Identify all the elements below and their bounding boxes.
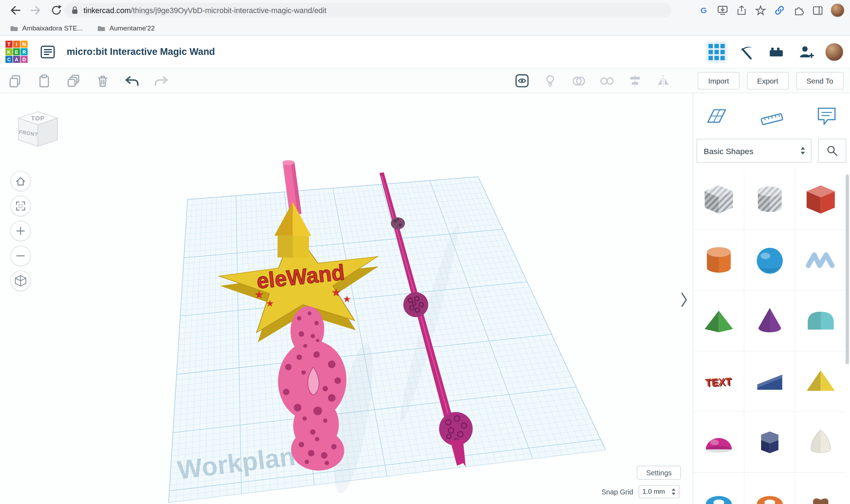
shape-half-sphere[interactable] xyxy=(693,412,744,472)
shape-sphere[interactable] xyxy=(744,230,795,290)
profile-avatar[interactable] xyxy=(825,43,844,61)
snap-grid-value: 1.0 mm xyxy=(642,488,665,495)
paste-icon[interactable] xyxy=(36,73,52,89)
box-icon xyxy=(803,182,838,217)
pickaxe-icon[interactable] xyxy=(736,41,757,63)
shape-pyramid[interactable] xyxy=(795,351,846,412)
design-menu-icon[interactable] xyxy=(40,44,56,60)
fit-view-button[interactable] xyxy=(10,196,31,216)
browser-profile-avatar[interactable] xyxy=(831,3,845,17)
shape-search-button[interactable] xyxy=(818,139,846,163)
redo-icon[interactable] xyxy=(153,73,169,89)
zoom-in-button[interactable] xyxy=(10,221,31,241)
logo-tile: K xyxy=(5,48,12,55)
shape-tube[interactable] xyxy=(744,473,795,504)
logo-tile: I xyxy=(13,41,20,48)
shape-torus[interactable] xyxy=(693,473,744,504)
share-icon[interactable] xyxy=(736,4,748,16)
home-view-button[interactable] xyxy=(10,171,31,191)
cone-icon xyxy=(752,303,787,338)
design-title[interactable]: micro:bit Interactive Magic Wand xyxy=(67,46,215,57)
notes-tool-icon[interactable] xyxy=(814,104,839,129)
export-button[interactable]: Export xyxy=(747,72,789,90)
import-button[interactable]: Import xyxy=(698,72,740,90)
stepper-icon xyxy=(671,488,676,495)
cylinder-icon xyxy=(701,243,736,277)
3d-scene[interactable]: Workplane eleWand xyxy=(0,93,693,504)
perspective-button[interactable] xyxy=(10,271,31,291)
panel-scrollbar[interactable] xyxy=(846,175,849,364)
shape-text[interactable]: TEXTTEXT xyxy=(693,351,744,412)
logo-tile: D xyxy=(21,56,28,63)
shape-round-roof[interactable] xyxy=(795,290,846,351)
shape-paraboloid[interactable] xyxy=(795,412,846,472)
invite-icon[interactable] xyxy=(795,41,817,63)
panel-collapse-handle[interactable] xyxy=(680,291,688,310)
lock-icon xyxy=(70,5,79,15)
workplane-tool-icon[interactable] xyxy=(704,104,729,129)
snap-grid-label: Snap Grid xyxy=(601,488,633,496)
shapes-panel: Basic Shapes TEXTTEXT xyxy=(693,93,850,504)
send-to-button[interactable]: Send To xyxy=(796,72,844,90)
roof-icon xyxy=(701,303,736,338)
logo-tile: A xyxy=(13,56,20,63)
mirror-icon[interactable] xyxy=(655,73,671,89)
view-cube[interactable]: TOP FRONT xyxy=(18,112,57,146)
google-icon[interactable]: G xyxy=(698,4,710,16)
group-icon[interactable] xyxy=(570,73,586,89)
bookmark-star-icon[interactable] xyxy=(755,4,767,16)
viewport[interactable]: Workplane eleWand xyxy=(0,93,693,504)
svg-text:TEXT: TEXT xyxy=(704,375,731,388)
shapes-grid: TEXTTEXT xyxy=(693,169,850,504)
round-roof-icon xyxy=(803,303,838,338)
bookmark-folder-1[interactable]: Ambaixadora STE... xyxy=(10,24,83,32)
shape-box[interactable] xyxy=(795,169,846,230)
bookmark-folder-2[interactable]: Aumentame'22 xyxy=(97,24,155,32)
reload-icon[interactable] xyxy=(49,3,64,18)
shape-roof[interactable] xyxy=(693,290,744,351)
tinkercad-logo[interactable]: TINKERCAD xyxy=(5,41,28,63)
sidebar-icon[interactable] xyxy=(811,4,823,16)
extensions-icon[interactable] xyxy=(793,4,805,16)
shape-cone[interactable] xyxy=(744,290,795,351)
shape-heart[interactable] xyxy=(795,473,846,504)
shape-category-label: Basic Shapes xyxy=(704,146,753,155)
back-icon[interactable] xyxy=(7,3,23,18)
align-icon[interactable] xyxy=(627,73,643,89)
shape-category-dropdown[interactable]: Basic Shapes xyxy=(697,139,811,163)
shape-cylinder-hole[interactable] xyxy=(744,169,795,230)
pyramid-icon xyxy=(803,364,838,399)
light-icon[interactable] xyxy=(542,73,559,89)
forward-icon[interactable] xyxy=(28,3,44,18)
link-icon[interactable] xyxy=(774,4,786,16)
zoom-out-button[interactable] xyxy=(10,245,31,266)
apps-grid-icon[interactable] xyxy=(706,41,727,63)
ungroup-icon[interactable] xyxy=(599,73,615,89)
delete-icon[interactable] xyxy=(94,73,110,89)
url-text: tinkercad.com/things/j9ge39OyVbD-microbi… xyxy=(84,6,327,15)
shape-polygon[interactable] xyxy=(744,412,795,472)
polygon-icon xyxy=(752,425,787,459)
box-hole-icon xyxy=(701,182,736,217)
paraboloid-icon xyxy=(803,425,838,459)
ruler-tool-icon[interactable] xyxy=(759,104,784,129)
bookmarks-bar: Ambaixadora STE... Aumentame'22 xyxy=(0,21,850,36)
snap-grid-dropdown[interactable]: 1.0 mm xyxy=(639,485,680,498)
app-header: TINKERCAD micro:bit Interactive Magic Wa… xyxy=(0,36,850,68)
install-icon[interactable] xyxy=(716,4,729,16)
shape-wedge[interactable] xyxy=(744,351,795,412)
settings-button[interactable]: Settings xyxy=(637,466,681,480)
copy-icon[interactable] xyxy=(6,73,23,89)
scribble-icon xyxy=(803,243,838,277)
url-bar[interactable]: tinkercad.com/things/j9ge39OyVbD-microbi… xyxy=(64,3,671,18)
shape-cylinder[interactable] xyxy=(693,230,744,290)
sphere-icon xyxy=(752,243,787,277)
shape-box-hole[interactable] xyxy=(693,169,744,230)
shape-scribble[interactable] xyxy=(795,230,846,290)
brick-icon[interactable] xyxy=(765,41,787,63)
duplicate-icon[interactable] xyxy=(65,73,81,89)
show-all-icon[interactable] xyxy=(514,73,530,89)
stepper-icon xyxy=(800,146,805,155)
undo-icon[interactable] xyxy=(124,73,140,89)
logo-tile: T xyxy=(5,41,12,48)
